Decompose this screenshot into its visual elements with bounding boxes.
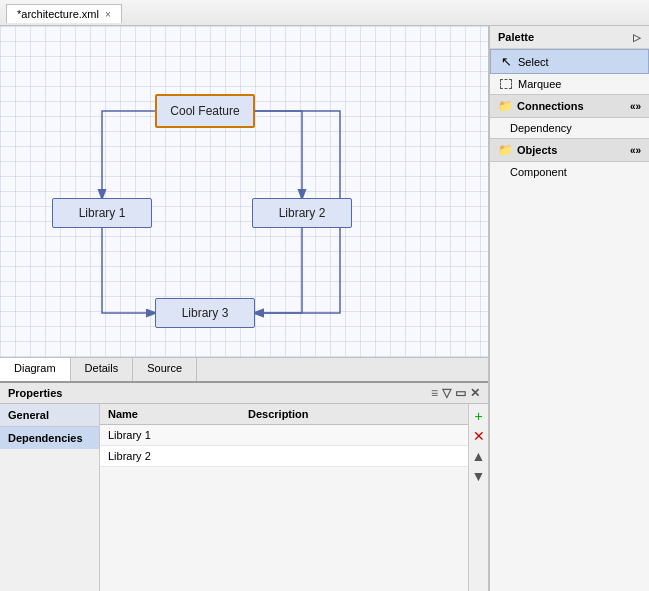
connections-expand-icon: «» — [630, 101, 641, 112]
cursor-icon: ↖ — [501, 54, 512, 69]
props-actions: + ✕ ▲ ▼ — [468, 404, 488, 591]
node-cool-feature[interactable]: Cool Feature — [155, 94, 255, 128]
palette-select-tool[interactable]: ↖ Select — [490, 49, 649, 74]
palette-connections-section[interactable]: 📁 Connections «» — [490, 94, 649, 118]
diagram-tabs: Diagram Details Source — [0, 357, 488, 381]
add-button[interactable]: + — [471, 408, 487, 424]
palette-title: Palette — [498, 31, 534, 43]
properties-body: General Dependencies Name Description Li… — [0, 404, 488, 591]
connections-label: Connections — [517, 100, 584, 112]
canvas[interactable]: Cool Feature Library 1 Library 2 Library… — [0, 26, 488, 357]
properties-controls: ≡ ▽ ▭ ✕ — [431, 386, 480, 400]
connections-folder-icon: 📁 — [498, 99, 513, 113]
file-tab[interactable]: *architecture.xml × — [6, 4, 122, 23]
props-dependencies-category[interactable]: Dependencies — [0, 427, 99, 449]
props-table-header: Name Description — [100, 404, 468, 425]
properties-minimize-icon[interactable]: ▽ — [442, 386, 451, 400]
properties-panel: Properties ≡ ▽ ▭ ✕ General Dependencies — [0, 381, 488, 591]
properties-sidebar: General Dependencies — [0, 404, 100, 591]
col-name-header: Name — [108, 408, 248, 420]
palette-expand-icon[interactable]: ▷ — [633, 32, 641, 43]
properties-restore-icon[interactable]: ▭ — [455, 386, 466, 400]
node-library1-label: Library 1 — [79, 206, 126, 220]
palette-objects-section[interactable]: 📁 Objects «» — [490, 138, 649, 162]
remove-button[interactable]: ✕ — [471, 428, 487, 444]
objects-folder-icon: 📁 — [498, 143, 513, 157]
marquee-label: Marquee — [518, 78, 561, 90]
close-tab-button[interactable]: × — [105, 9, 111, 20]
file-tab-label: *architecture.xml — [17, 8, 99, 20]
properties-menu-icon[interactable]: ≡ — [431, 386, 438, 400]
move-down-button[interactable]: ▼ — [471, 468, 487, 484]
marquee-icon — [500, 79, 512, 89]
tab-details[interactable]: Details — [71, 358, 134, 381]
row1-name: Library 1 — [108, 429, 248, 441]
row2-name: Library 2 — [108, 450, 248, 462]
palette-panel: Palette ▷ ↖ Select Marquee 📁 Connections… — [489, 26, 649, 591]
tab-source[interactable]: Source — [133, 358, 197, 381]
objects-label: Objects — [517, 144, 557, 156]
properties-title: Properties — [8, 387, 62, 399]
main-layout: Cool Feature Library 1 Library 2 Library… — [0, 26, 649, 591]
props-general-category[interactable]: General — [0, 404, 99, 427]
node-library2-label: Library 2 — [279, 206, 326, 220]
node-library3[interactable]: Library 3 — [155, 298, 255, 328]
move-up-button[interactable]: ▲ — [471, 448, 487, 464]
palette-marquee-tool[interactable]: Marquee — [490, 74, 649, 94]
title-bar: *architecture.xml × — [0, 0, 649, 26]
properties-header: Properties ≡ ▽ ▭ ✕ — [0, 383, 488, 404]
table-row[interactable]: Library 2 — [100, 446, 468, 467]
node-cool-feature-label: Cool Feature — [170, 104, 239, 118]
node-library2[interactable]: Library 2 — [252, 198, 352, 228]
node-library3-label: Library 3 — [182, 306, 229, 320]
select-label: Select — [518, 56, 549, 68]
palette-header: Palette ▷ — [490, 26, 649, 49]
objects-expand-icon: «» — [630, 145, 641, 156]
properties-main: Name Description Library 1 Library 2 — [100, 404, 468, 591]
node-library1[interactable]: Library 1 — [52, 198, 152, 228]
diagram-area: Cool Feature Library 1 Library 2 Library… — [0, 26, 489, 591]
properties-close-icon[interactable]: ✕ — [470, 386, 480, 400]
palette-dependency-item[interactable]: Dependency — [490, 118, 649, 138]
col-desc-header: Description — [248, 408, 460, 420]
tab-diagram[interactable]: Diagram — [0, 358, 71, 381]
palette-component-item[interactable]: Component — [490, 162, 649, 182]
table-row[interactable]: Library 1 — [100, 425, 468, 446]
